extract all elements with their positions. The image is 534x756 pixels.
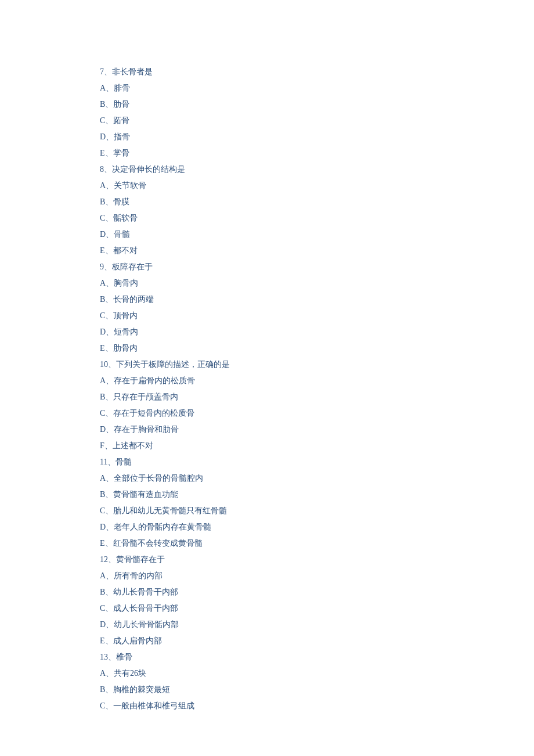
text-line: C、一般由椎体和椎弓组成 (100, 698, 534, 714)
text-line: A、胸骨内 (100, 275, 534, 291)
text-line: B、骨膜 (100, 194, 534, 210)
text-line: D、老年人的骨骺内存在黄骨髓 (100, 519, 534, 535)
text-line: E、肋骨内 (100, 340, 534, 357)
text-line: 10、下列关于板障的描述，正确的是 (100, 357, 534, 373)
text-line: E、都不对 (100, 243, 534, 259)
text-line: A、共有26块 (100, 665, 534, 682)
text-line: D、骨髓 (100, 226, 534, 243)
text-line: D、幼儿长骨骨骺内部 (100, 617, 534, 633)
text-line: E、红骨髓不会转变成黄骨髓 (100, 535, 534, 552)
text-line: D、短骨内 (100, 324, 534, 340)
text-line: B、幼儿长骨骨干内部 (100, 584, 534, 600)
text-line: C、胎儿和幼儿无黄骨髓只有红骨髓 (100, 503, 534, 519)
text-line: B、肋骨 (100, 96, 534, 113)
text-line: 11、骨髓 (100, 454, 534, 470)
text-line: 12、黄骨髓存在于 (100, 552, 534, 568)
text-line: F、上述都不对 (100, 438, 534, 454)
document-page: 7、非长骨者是A、腓骨B、肋骨C、跖骨D、指骨E、掌骨8、决定骨伸长的结构是A、… (0, 0, 534, 749)
text-line: C、顶骨内 (100, 308, 534, 324)
text-line: D、指骨 (100, 129, 534, 145)
text-line: 8、决定骨伸长的结构是 (100, 161, 534, 178)
text-line: 9、板障存在于 (100, 259, 534, 275)
text-line: C、跖骨 (100, 113, 534, 129)
text-line: E、掌骨 (100, 145, 534, 161)
text-line: B、只存在于颅盖骨内 (100, 389, 534, 405)
text-line: 7、非长骨者是 (100, 64, 534, 80)
text-line: E、成人扁骨内部 (100, 633, 534, 649)
text-line: A、所有骨的内部 (100, 568, 534, 584)
text-line: A、全部位于长骨的骨髓腔内 (100, 470, 534, 487)
text-line: 13、椎骨 (100, 649, 534, 665)
text-line: B、黄骨髓有造血功能 (100, 487, 534, 503)
text-line: C、骺软骨 (100, 210, 534, 226)
text-line: B、长骨的两端 (100, 291, 534, 308)
text-line: A、关节软骨 (100, 178, 534, 194)
text-line: C、存在于短骨内的松质骨 (100, 405, 534, 422)
text-line: A、腓骨 (100, 80, 534, 96)
text-line: D、存在于胸骨和肋骨 (100, 422, 534, 438)
text-line: B、胸椎的棘突最短 (100, 682, 534, 698)
text-line: A、存在于扁骨内的松质骨 (100, 373, 534, 389)
text-line: C、成人长骨骨干内部 (100, 600, 534, 617)
